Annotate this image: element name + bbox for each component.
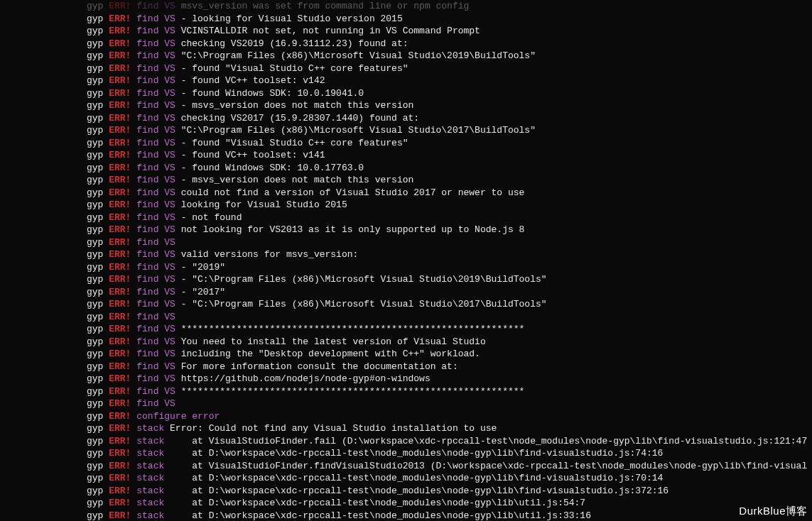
log-prefix-gyp: gyp: [87, 411, 109, 422]
log-message: You need to install the latest version o…: [181, 336, 486, 347]
log-prefix-gyp: gyp: [87, 187, 109, 198]
log-findvs-label: find VS: [136, 113, 180, 124]
log-line: gyp ERR! find VS ***********************…: [87, 323, 812, 336]
log-message: - not found: [181, 212, 242, 223]
log-line: gyp ERR! find VS including the "Desktop …: [87, 348, 812, 361]
log-err-label: ERR!: [109, 473, 136, 483]
log-err-label: ERR!: [109, 125, 136, 136]
log-message: - "2017": [181, 287, 225, 297]
log-message: VCINSTALLDIR not set, not running in VS …: [181, 26, 480, 36]
log-line: gyp ERR! find VS ***********************…: [87, 385, 812, 398]
log-findvs-label: find VS: [136, 262, 180, 273]
log-prefix-gyp: gyp: [87, 75, 109, 86]
log-findvs-label: find VS: [136, 26, 180, 36]
log-prefix-gyp: gyp: [87, 299, 109, 309]
log-message: - found Windows SDK: 10.0.19041.0: [181, 88, 364, 99]
log-prefix-gyp: gyp: [87, 373, 109, 384]
log-err-label: ERR!: [109, 411, 136, 422]
log-stack-label: stack: [136, 436, 170, 446]
log-prefix-gyp: gyp: [87, 336, 109, 347]
log-prefix-gyp: gyp: [87, 199, 109, 210]
log-prefix-gyp: gyp: [87, 1, 109, 11]
log-findvs-label: find VS: [136, 100, 180, 111]
log-message: "C:\Program Files (x86)\Microsoft Visual…: [181, 125, 536, 136]
log-err-label: ERR!: [109, 498, 136, 508]
log-findvs-label: find VS: [136, 287, 180, 297]
log-findvs-label: find VS: [136, 274, 180, 285]
log-prefix-gyp: gyp: [87, 324, 109, 334]
log-err-label: ERR!: [109, 299, 136, 309]
log-message: at D:\workspace\xdc-rpccall-test\node_mo…: [170, 486, 668, 496]
log-line: gyp ERR! find VS not looking for VS2013 …: [87, 224, 812, 236]
log-message: - found Windows SDK: 10.0.17763.0: [181, 163, 364, 173]
log-prefix-gyp: gyp: [87, 262, 109, 273]
log-message: valid versions for msvs_version:: [181, 249, 359, 260]
log-findvs-label: find VS: [136, 199, 180, 210]
log-err-label: ERR!: [109, 423, 136, 434]
log-err-label: ERR!: [109, 26, 136, 36]
log-findvs-label: find VS: [136, 187, 180, 198]
log-stack-label: stack: [136, 510, 170, 521]
log-line: gyp ERR! find VS VCINSTALLDIR not set, n…: [87, 25, 812, 38]
log-message: "C:\Program Files (x86)\Microsoft Visual…: [181, 50, 536, 61]
log-prefix-gyp: gyp: [87, 237, 109, 248]
log-findvs-label: find VS: [136, 299, 180, 309]
log-line: gyp ERR! find VS For more information co…: [87, 361, 812, 373]
log-prefix-gyp: gyp: [87, 448, 109, 459]
log-err-label: ERR!: [109, 63, 136, 74]
log-findvs-label: find VS: [136, 373, 180, 384]
log-prefix-gyp: gyp: [87, 349, 109, 359]
log-line: gyp ERR! stack at D:\workspace\xdc-rpcca…: [87, 447, 812, 460]
log-prefix-gyp: gyp: [87, 386, 109, 397]
log-err-label: ERR!: [109, 13, 136, 24]
log-findvs-label: find VS: [136, 312, 180, 322]
log-err-label: ERR!: [109, 75, 136, 86]
log-err-label: ERR!: [109, 150, 136, 160]
log-findvs-label: find VS: [136, 163, 180, 173]
log-findvs-label: find VS: [136, 237, 180, 248]
log-message: at D:\workspace\xdc-rpccall-test\node_mo…: [170, 498, 585, 508]
log-prefix-gyp: gyp: [87, 163, 109, 173]
log-findvs-label: find VS: [136, 386, 180, 397]
log-prefix-gyp: gyp: [87, 274, 109, 285]
log-line: gyp ERR! find VS - "C:\Program Files (x8…: [87, 273, 812, 286]
log-line: gyp ERR! stack at D:\workspace\xdc-rpcca…: [87, 485, 812, 498]
log-line: gyp ERR! stack at D:\workspace\xdc-rpcca…: [87, 510, 812, 522]
log-line: gyp ERR! find VS - not found: [87, 212, 812, 224]
log-prefix-gyp: gyp: [87, 287, 109, 297]
log-err-label: ERR!: [109, 50, 136, 61]
log-prefix-gyp: gyp: [87, 63, 109, 74]
log-findvs-label: find VS: [136, 336, 180, 347]
log-line: gyp ERR! find VS - msvs_version does not…: [87, 99, 812, 112]
log-line: gyp ERR! find VS - msvs_version does not…: [87, 174, 812, 187]
log-message: could not find a version of Visual Studi…: [181, 187, 525, 198]
log-err-label: ERR!: [109, 386, 136, 397]
log-err-label: ERR!: [109, 324, 136, 334]
log-message: - "C:\Program Files (x86)\Microsoft Visu…: [181, 274, 547, 285]
log-prefix-gyp: gyp: [87, 38, 109, 49]
log-prefix-gyp: gyp: [87, 125, 109, 136]
log-err-label: ERR!: [109, 163, 136, 173]
log-findvs-label: find VS: [136, 212, 180, 223]
log-err-label: ERR!: [109, 1, 136, 11]
log-message: not looking for VS2013 as it is only sup…: [181, 224, 525, 235]
log-line: gyp ERR! find VS You need to install the…: [87, 336, 812, 349]
log-line: gyp ERR! find VS - found "Visual Studio …: [87, 137, 812, 150]
log-err-label: ERR!: [109, 398, 136, 409]
log-message: - looking for Visual Studio version 2015: [181, 13, 403, 24]
log-findvs-label: find VS: [136, 398, 180, 409]
log-findvs-label: find VS: [136, 1, 180, 11]
log-line: gyp ERR! find VS msvs_version was set fr…: [87, 0, 812, 13]
log-configure-label: configure error: [136, 411, 220, 422]
log-line: gyp ERR! find VS: [87, 397, 812, 410]
log-message: at VisualStudioFinder.fail (D:\workspace…: [170, 436, 807, 446]
log-message: - "2019": [181, 262, 225, 273]
log-err-label: ERR!: [109, 361, 136, 372]
log-line: gyp ERR! find VS valid versions for msvs…: [87, 248, 812, 261]
log-message: at VisualStudioFinder.findVisualStudio20…: [170, 461, 807, 471]
log-message: https://github.com/nodejs/node-gyp#on-wi…: [181, 373, 431, 384]
watermark-label: DurkBlue博客: [739, 505, 808, 517]
log-findvs-label: find VS: [136, 125, 180, 136]
log-line: gyp ERR! find VS - looking for Visual St…: [87, 13, 812, 26]
log-prefix-gyp: gyp: [87, 13, 109, 24]
